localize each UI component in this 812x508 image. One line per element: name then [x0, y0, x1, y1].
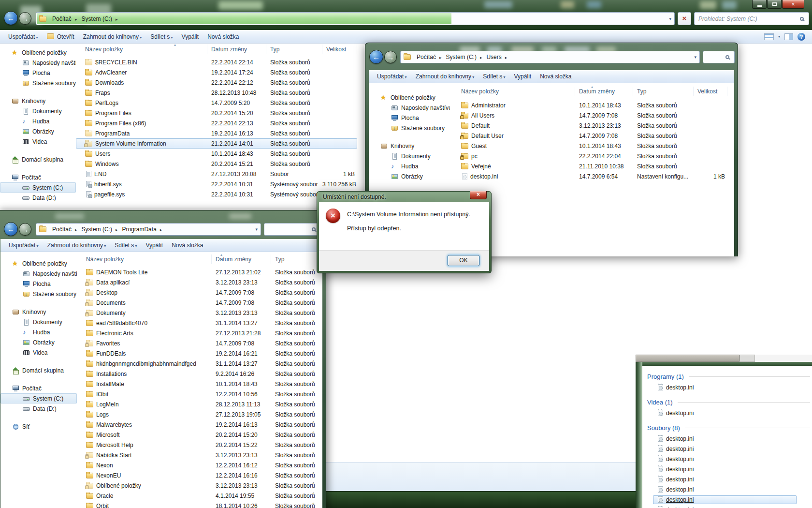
file-row[interactable]: hiberfil.sys 22.2.2014 10:31 Systémový s…: [76, 179, 357, 189]
sidebar-item[interactable]: System (C:): [0, 393, 77, 403]
forward-button[interactable]: →: [19, 12, 31, 25]
sidebar-item[interactable]: Domácí skupina: [0, 365, 77, 375]
file-row[interactable]: Microsoft 20.2.2014 15:20 Složka souborů: [77, 430, 322, 440]
address-dropdown-icon[interactable]: ▾: [255, 227, 258, 232]
sidebar-item[interactable]: Videa: [0, 347, 77, 358]
breadcrumb-segment[interactable]: Počítač: [414, 54, 443, 60]
sidebar-item[interactable]: System (C:): [0, 182, 76, 193]
preview-pane-icon[interactable]: [784, 33, 793, 40]
file-row[interactable]: Dokumenty 3.12.2013 23:13 Složka souborů: [77, 308, 322, 318]
result-item[interactable]: desktop.ini: [653, 455, 697, 463]
column-header[interactable]: Velikost: [694, 87, 727, 96]
result-item[interactable]: desktop.ini: [653, 506, 697, 508]
sidebar-item[interactable]: Obrázky: [0, 126, 76, 136]
sidebar-item[interactable]: Dokumenty: [0, 106, 76, 116]
breadcrumb-segment[interactable]: Users: [483, 54, 508, 60]
toolbar-item[interactable]: Sdílet s: [110, 240, 141, 251]
file-row[interactable]: Users 10.1.2014 18:43 Složka souborů: [76, 149, 357, 159]
close-button[interactable]: ×: [782, 0, 804, 9]
file-row[interactable]: Downloads 22.2.2014 22:12 Složka souborů: [76, 77, 357, 88]
sidebar-item[interactable]: Knihovny: [369, 141, 450, 151]
column-header[interactable]: Název položky: [76, 45, 207, 54]
toolbar-item[interactable]: Zahrnout do knihovny: [43, 240, 111, 251]
sidebar-item[interactable]: Obrázky: [369, 171, 450, 181]
maximize-button[interactable]: [767, 0, 782, 9]
file-row[interactable]: Windows 20.2.2014 15:21 Složka souborů: [76, 159, 357, 169]
column-header[interactable]: Datum změny: [207, 45, 266, 54]
file-row[interactable]: IObit 12.2.2014 10:56 Složka souborů: [77, 389, 322, 399]
sidebar-item[interactable]: Naposledy navštívené: [0, 269, 77, 279]
breadcrumb-segment[interactable]: System (C:): [79, 15, 119, 22]
group-header[interactable]: Programy (1): [647, 373, 684, 380]
sidebar-item[interactable]: Videa: [0, 136, 76, 147]
toolbar-item[interactable]: Sdílet s: [146, 31, 177, 42]
column-header[interactable]: Název položky: [452, 87, 575, 96]
back-button[interactable]: ←: [4, 11, 18, 25]
toolbar-item[interactable]: Otevřít: [43, 31, 79, 42]
toolbar-item[interactable]: Nová složka: [167, 240, 207, 251]
sidebar-item[interactable]: Počítač: [0, 383, 77, 393]
result-item[interactable]: desktop.ini: [653, 495, 797, 504]
result-item[interactable]: desktop.ini: [653, 434, 697, 443]
breadcrumb-segment[interactable]: Počítač: [49, 226, 79, 233]
views-dropdown-icon[interactable]: ▾: [778, 34, 780, 39]
file-row[interactable]: FunDDEals 19.2.2014 16:21 Složka souborů: [77, 348, 322, 359]
cancel-navigation-button[interactable]: ×: [678, 12, 691, 25]
sidebar-item[interactable]: Knihovny: [0, 96, 76, 106]
result-item[interactable]: desktop.ini: [653, 485, 697, 494]
sidebar-item[interactable]: Naposledy navštívené: [369, 103, 450, 113]
file-row[interactable]: InstallMate 10.1.2014 18:43 Složka soubo…: [77, 379, 322, 389]
file-row[interactable]: AdwCleaner 19.2.2014 17:24 Složka soubor…: [76, 67, 357, 77]
file-row[interactable]: System Volume Information 21.2.2014 14:0…: [76, 138, 357, 149]
help-icon[interactable]: ?: [798, 33, 805, 41]
sidebar-item[interactable]: Naposledy navštívené: [0, 58, 76, 68]
file-row[interactable]: $RECYCLE.BIN 22.2.2014 22:14 Složka soub…: [76, 57, 357, 67]
sidebar-item[interactable]: Domácí skupina: [0, 154, 76, 164]
toolbar-item[interactable]: Vypálit: [142, 240, 168, 251]
breadcrumb-segment[interactable]: Počítač: [49, 15, 79, 22]
file-row[interactable]: Oracle 4.1.2014 19:55 Složka souborů: [77, 491, 322, 501]
dialog-close-button[interactable]: ×: [470, 191, 487, 199]
result-item[interactable]: desktop.ini: [653, 445, 697, 453]
toolbar-item[interactable]: Zahrnout do knihovny: [411, 71, 479, 82]
sidebar-item[interactable]: Oblíbené položky: [0, 47, 76, 58]
sidebar-item[interactable]: Hudba: [0, 327, 77, 337]
column-header[interactable]: Typ: [271, 254, 322, 264]
address-bar[interactable]: PočítačSystem (C:) ▾: [36, 12, 675, 25]
result-item[interactable]: desktop.ini: [653, 465, 697, 474]
file-row[interactable]: Oblíbené položky 3.12.2013 23:13 Složka …: [77, 480, 322, 491]
ok-button[interactable]: OK: [448, 255, 479, 266]
back-button[interactable]: ←: [4, 222, 18, 236]
sidebar-item[interactable]: Data (D:): [0, 403, 77, 414]
file-row[interactable]: Default 3.12.2013 23:13 Složka souborů: [452, 120, 727, 131]
sidebar-item[interactable]: Oblíbené položky: [0, 258, 77, 269]
result-item[interactable]: desktop.ini: [653, 409, 697, 418]
forward-button[interactable]: →: [384, 51, 397, 63]
file-row[interactable]: pagefile.sys 22.2.2014 10:31 Systémový s…: [76, 189, 357, 199]
file-row[interactable]: Veřejné 21.11.2010 10:38 Složka souborů: [452, 161, 727, 171]
search-box[interactable]: [703, 51, 735, 63]
column-header[interactable]: Název položky: [77, 254, 212, 264]
file-row[interactable]: Microsoft Help 20.2.2014 15:22 Složka so…: [77, 440, 322, 450]
file-row[interactable]: Malwarebytes 19.2.2014 16:13 Složka soub…: [77, 419, 322, 430]
forward-button[interactable]: →: [19, 223, 31, 236]
breadcrumb-segment[interactable]: System (C:): [443, 54, 484, 60]
file-row[interactable]: Favorites 14.7.2009 7:08 Složka souborů: [77, 338, 322, 348]
toolbar-item[interactable]: Sdílet s: [478, 71, 509, 82]
sidebar-item[interactable]: Plocha: [0, 68, 76, 78]
sidebar-item[interactable]: Počítač: [0, 172, 76, 182]
breadcrumb-segment[interactable]: System (C:): [79, 226, 119, 233]
file-row[interactable]: Program Files 20.2.2014 15:20 Složka sou…: [76, 108, 357, 118]
file-row[interactable]: Nabídka Start 3.12.2013 23:13 Složka sou…: [77, 450, 322, 460]
address-dropdown-icon[interactable]: ▾: [694, 55, 696, 60]
toolbar-item[interactable]: Nová složka: [203, 31, 243, 42]
column-header[interactable]: Datum změny: [575, 87, 633, 96]
file-row[interactable]: LogMeIn 28.12.2013 11:13 Složka souborů: [77, 399, 322, 409]
file-row[interactable]: Orbit 18.1.2014 10:26 Složka souborů: [77, 501, 322, 508]
toolbar-item[interactable]: Uspořádat: [4, 240, 43, 251]
column-header[interactable]: Typ: [633, 87, 694, 96]
file-row[interactable]: ProgramData 19.2.2014 16:13 Složka soubo…: [76, 128, 357, 138]
sidebar-item[interactable]: Plocha: [369, 113, 450, 123]
sidebar-item[interactable]: Plocha: [0, 279, 77, 289]
sidebar-item[interactable]: Stažené soubory: [369, 123, 450, 133]
